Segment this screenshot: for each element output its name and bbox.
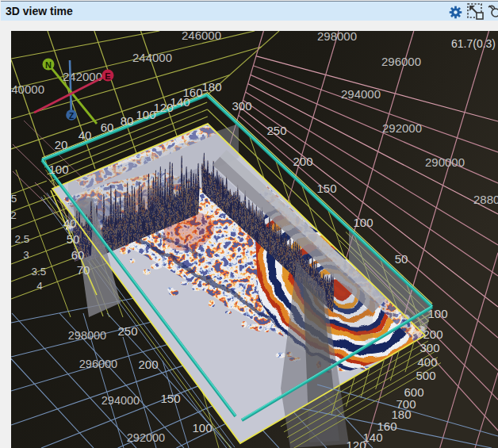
svg-text:292000: 292000 — [127, 431, 165, 444]
svg-text:60: 60 — [71, 248, 85, 262]
svg-text:296000: 296000 — [381, 55, 421, 68]
svg-text:300: 300 — [232, 99, 251, 113]
svg-text:100: 100 — [48, 163, 68, 176]
svg-text:100: 100 — [427, 307, 447, 320]
svg-text:180: 180 — [201, 80, 221, 94]
svg-text:N: N — [45, 60, 52, 70]
svg-text:298000: 298000 — [317, 31, 357, 43]
svg-text:160: 160 — [182, 86, 202, 99]
svg-text:120: 120 — [346, 438, 366, 448]
svg-text:20: 20 — [55, 138, 68, 151]
svg-text:292000: 292000 — [382, 121, 422, 135]
svg-text:3: 3 — [23, 249, 29, 261]
svg-text:50: 50 — [67, 232, 80, 246]
svg-text:240000: 240000 — [11, 82, 44, 96]
svg-text:3.5: 3.5 — [32, 266, 47, 278]
svg-text:290000: 290000 — [425, 155, 465, 169]
svg-text:70: 70 — [77, 263, 90, 277]
svg-text:250: 250 — [117, 324, 137, 338]
svg-text:4: 4 — [36, 280, 43, 292]
svg-text:500: 500 — [416, 369, 435, 382]
svg-text:294000: 294000 — [102, 394, 140, 407]
svg-text:2: 2 — [11, 209, 17, 221]
svg-text:40: 40 — [63, 216, 77, 230]
svg-text:100: 100 — [353, 216, 373, 229]
svg-text:E: E — [105, 71, 110, 81]
svg-text:298000: 298000 — [68, 329, 106, 342]
svg-text:200: 200 — [423, 327, 442, 341]
svg-text:200: 200 — [293, 155, 312, 168]
svg-text:244000: 244000 — [132, 51, 172, 64]
svg-text:200: 200 — [138, 358, 158, 371]
svg-text:300: 300 — [419, 341, 439, 354]
svg-text:400: 400 — [417, 355, 437, 369]
svg-text:100: 100 — [192, 421, 212, 435]
svg-text:150: 150 — [316, 182, 336, 195]
svg-text:150: 150 — [160, 392, 180, 405]
svg-text:Z: Z — [69, 112, 74, 121]
svg-text:2.5: 2.5 — [15, 233, 30, 245]
svg-text:1.5: 1.5 — [11, 193, 17, 205]
svg-text:50: 50 — [395, 252, 408, 266]
svg-text:60: 60 — [101, 121, 114, 134]
svg-text:246000: 246000 — [182, 31, 221, 42]
svg-text:288000: 288000 — [473, 193, 498, 206]
svg-text:294000: 294000 — [341, 87, 381, 101]
svg-text:61.7(0.3): 61.7(0.3) — [451, 37, 496, 50]
svg-text:250: 250 — [266, 124, 286, 137]
svg-text:40: 40 — [79, 128, 92, 142]
svg-text:296000: 296000 — [79, 358, 117, 370]
svg-text:80: 80 — [121, 114, 134, 128]
